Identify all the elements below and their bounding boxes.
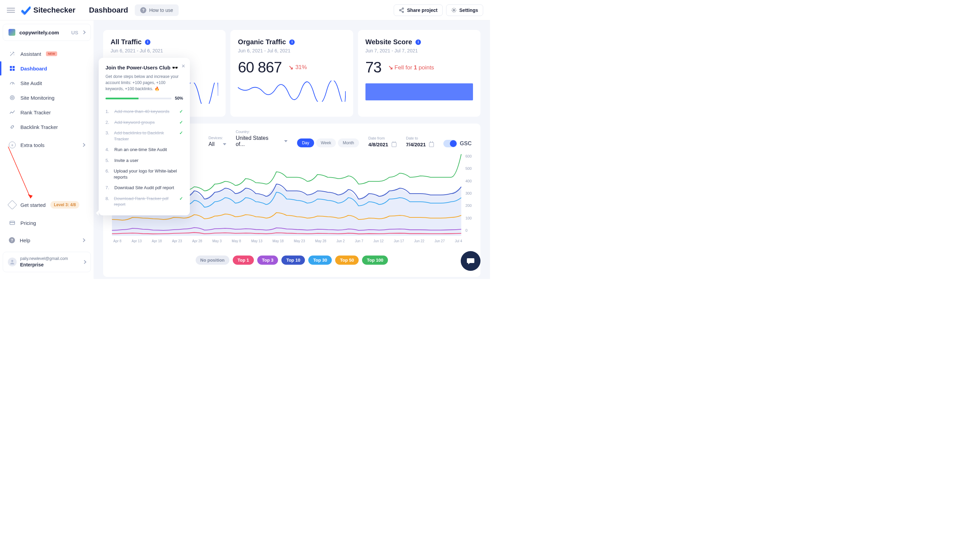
svg-rect-8 xyxy=(10,69,12,71)
nav-assistant[interactable]: AssistantNEW xyxy=(3,47,91,61)
card-website-score: Website Scorei Jun 7, 2021 - Jul 7, 2021… xyxy=(358,30,481,117)
target-icon xyxy=(9,94,16,101)
question-icon: ? xyxy=(9,237,15,243)
filter-label: Country: xyxy=(236,130,288,134)
question-icon: ? xyxy=(140,7,146,13)
date-value: 4/8/2021 xyxy=(369,141,388,147)
legend-top-3[interactable]: Top 3 xyxy=(257,256,278,265)
nav-label: Site Audit xyxy=(20,80,42,86)
metric-value: 60 867 xyxy=(238,59,282,76)
get-started-button[interactable]: Get started Level 3: 4/8 xyxy=(3,197,91,212)
site-favicon xyxy=(8,29,15,36)
info-icon[interactable]: i xyxy=(415,39,421,45)
new-badge: NEW xyxy=(46,51,57,56)
menu-icon[interactable] xyxy=(7,6,15,14)
calendar-icon xyxy=(392,142,396,147)
gsc-toggle[interactable] xyxy=(443,140,457,147)
chevron-right-icon xyxy=(82,30,85,34)
legend-top-1[interactable]: Top 1 xyxy=(233,256,254,265)
avatar-icon xyxy=(8,258,17,266)
settings-button[interactable]: Settings xyxy=(446,5,483,16)
sidebar: copywritely.com US AssistantNEW Dashboar… xyxy=(0,20,94,279)
info-icon[interactable]: i xyxy=(289,39,295,45)
card-organic-traffic: Organic Traffici Jun 6, 2021 - Jul 6, 20… xyxy=(230,30,353,117)
onboarding-step[interactable]: 4.Run an one-time Site Audit xyxy=(105,144,183,155)
onboarding-step[interactable]: 2.Add keyword groups✓ xyxy=(105,117,183,128)
filter-value: United States of... xyxy=(236,135,276,147)
legend-top-10[interactable]: Top 10 xyxy=(281,256,305,265)
nav-label: Help xyxy=(20,238,30,243)
chevron-right-icon xyxy=(81,143,85,147)
nav-site-monitoring[interactable]: Site Monitoring xyxy=(3,90,91,105)
site-selector[interactable]: copywritely.com US xyxy=(3,24,91,41)
svg-point-2 xyxy=(402,11,404,13)
seg-week[interactable]: Week xyxy=(316,138,336,147)
legend-no-position[interactable]: No position xyxy=(196,256,230,265)
onboarding-steps: 1.Add more than 40 keywords✓2.Add keywor… xyxy=(105,106,183,210)
wand-icon xyxy=(9,50,16,57)
main-nav: AssistantNEW Dashboard Site Audit Site M… xyxy=(3,46,91,135)
nav-extra-tools[interactable]: + Extra tools xyxy=(3,138,91,152)
nav-label: Pricing xyxy=(20,220,36,226)
svg-point-11 xyxy=(11,97,13,98)
popup-title: Join the Power-Users Club 🕶️ xyxy=(105,65,183,71)
seg-month[interactable]: Month xyxy=(338,138,359,147)
user-menu[interactable]: paliy.newlevel@gmail.com Enterprise xyxy=(3,252,91,272)
metric-delta: ↘31% xyxy=(289,64,307,71)
onboarding-step[interactable]: 6.Upload your logo for White-label repor… xyxy=(105,166,183,182)
onboarding-step[interactable]: 8.Download Rank Tracker pdf report✓ xyxy=(105,193,183,210)
brand-logo[interactable]: Sitechecker xyxy=(21,5,76,15)
date-value: 7/4/2021 xyxy=(406,141,426,147)
onboarding-step[interactable]: 3.Add backlinks to Backlink Tracker✓ xyxy=(105,128,183,144)
nav-dashboard[interactable]: Dashboard xyxy=(3,61,91,75)
devices-filter[interactable]: Devices: All xyxy=(208,136,226,147)
svg-point-3 xyxy=(453,9,455,11)
close-icon[interactable]: × xyxy=(181,62,185,70)
filter-label: Date to xyxy=(406,136,434,140)
share-icon xyxy=(399,8,404,13)
gsc-label: GSC xyxy=(460,141,472,147)
chevron-right-icon xyxy=(81,238,85,242)
grid-icon xyxy=(9,65,16,72)
metric-value: 73 xyxy=(366,59,381,76)
share-project-button[interactable]: Share project xyxy=(394,5,442,16)
legend-top-100[interactable]: Top 100 xyxy=(362,256,388,265)
gauge-icon xyxy=(9,80,16,87)
chevron-down-icon xyxy=(284,140,287,142)
country-filter[interactable]: Country: United States of... xyxy=(236,130,288,147)
popup-subtitle: Get done steps below and increase your a… xyxy=(105,74,183,92)
nav-help[interactable]: ? Help xyxy=(3,233,91,247)
svg-point-10 xyxy=(10,95,14,100)
svg-point-1 xyxy=(399,10,401,11)
nav-pricing[interactable]: Pricing xyxy=(3,216,91,230)
card-title: All Traffic xyxy=(111,38,141,46)
legend-top-30[interactable]: Top 30 xyxy=(308,256,332,265)
nav-site-audit[interactable]: Site Audit xyxy=(3,76,91,90)
onboarding-step[interactable]: 5.Invite a user xyxy=(105,155,183,166)
chat-fab[interactable] xyxy=(461,251,481,271)
card-title: Organic Traffic xyxy=(238,38,286,46)
user-email: paliy.newlevel@gmail.com xyxy=(20,256,80,262)
range-segment: Day Week Month xyxy=(297,138,359,147)
chart-legend: No position Top 1 Top 3 Top 10 Top 30 To… xyxy=(112,249,472,271)
card-range: Jun 6, 2021 - Jul 6, 2021 xyxy=(238,48,345,53)
nav-label: Site Monitoring xyxy=(20,95,54,101)
how-to-use-button[interactable]: ? How to use xyxy=(135,5,178,16)
score-bar xyxy=(366,84,473,100)
trend-down-icon: ↘ xyxy=(388,64,393,71)
date-from-filter[interactable]: Date from 4/8/2021 xyxy=(369,136,396,147)
share-label: Share project xyxy=(407,8,437,13)
date-to-filter[interactable]: Date to 7/4/2021 xyxy=(406,136,434,147)
gear-icon xyxy=(451,8,456,13)
info-icon[interactable]: i xyxy=(145,39,150,45)
onboarding-step[interactable]: 7.Download Site Audit pdf report xyxy=(105,182,183,193)
link-icon xyxy=(9,123,16,130)
svg-rect-7 xyxy=(13,66,15,68)
onboarding-step[interactable]: 1.Add more than 40 keywords✓ xyxy=(105,106,183,117)
seg-day[interactable]: Day xyxy=(297,138,314,147)
user-plan: Enterprise xyxy=(20,262,80,268)
nav-backlink-tracker[interactable]: Backlink Tracker xyxy=(3,120,91,134)
nav-rank-tracker[interactable]: Rank Tracker xyxy=(3,105,91,120)
legend-top-50[interactable]: Top 50 xyxy=(335,256,359,265)
nav-label: Extra tools xyxy=(20,142,44,148)
